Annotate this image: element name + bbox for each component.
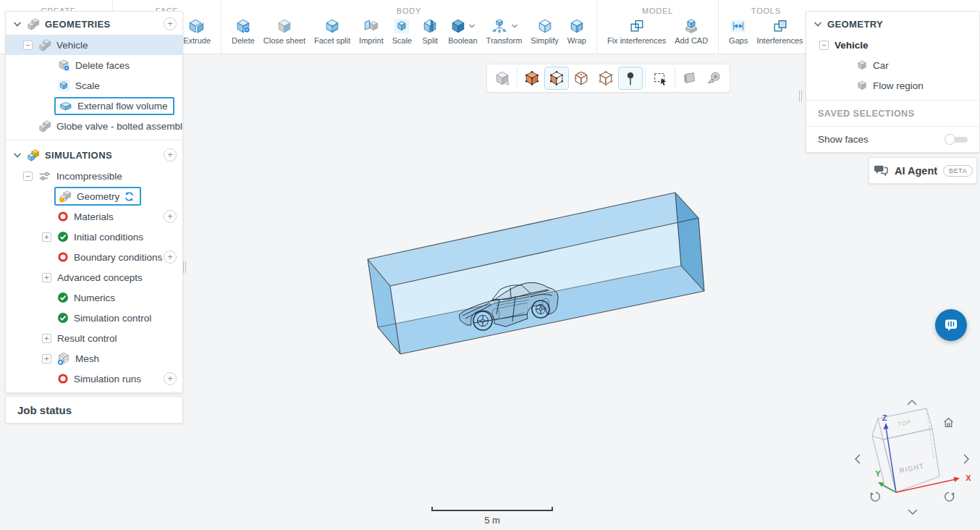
add-button[interactable]: +: [164, 251, 177, 264]
sync-icon[interactable]: [124, 191, 135, 202]
tool-close-sheet-button[interactable]: Close sheet: [260, 16, 309, 46]
geometry-tree: −VehicleCarFlow region: [806, 35, 979, 100]
tool-gaps-button[interactable]: Gaps: [725, 16, 751, 46]
tree-item-simulation-control[interactable]: Simulation control: [6, 308, 182, 328]
nav-roll-ccw-button[interactable]: [869, 490, 882, 503]
chevron-down-icon[interactable]: [511, 23, 518, 29]
add-simulation-button[interactable]: +: [164, 148, 177, 161]
box-select-button[interactable]: [648, 67, 672, 90]
chevron-down-icon[interactable]: [13, 152, 22, 159]
tree-item-incompressible[interactable]: −Incompressible: [6, 166, 182, 186]
geometry-details-panel: GEOMETRY −VehicleCarFlow region SAVED SE…: [806, 11, 980, 153]
tool-add-cad-button[interactable]: Add CAD: [671, 16, 711, 46]
nav-rotate-left-button[interactable]: [853, 453, 862, 465]
measure-icon: [706, 70, 722, 86]
tree-item-car[interactable]: Car: [806, 55, 979, 75]
tree-item-vehicle[interactable]: −Vehicle: [6, 35, 182, 55]
tool-facet-split-button[interactable]: Facet split: [311, 16, 354, 46]
chevron-down-icon[interactable]: [13, 21, 22, 28]
gaps-icon: [730, 18, 747, 34]
ai-agent-button[interactable]: AI Agent BETA: [869, 157, 977, 184]
add-button[interactable]: +: [164, 372, 177, 385]
show-faces-toggle[interactable]: [945, 134, 968, 146]
tree-item-delete-faces[interactable]: ×Delete faces: [6, 55, 182, 75]
tool-imprint-button[interactable]: Imprint: [355, 16, 387, 46]
tree-item-label: Car: [873, 60, 889, 71]
scale-bar: 5 m: [431, 507, 553, 526]
expand-toggle[interactable]: +: [42, 232, 51, 242]
tool-extrude-button[interactable]: Extrude: [179, 16, 214, 46]
tool-boolean-button[interactable]: Boolean: [444, 16, 481, 46]
tool-fix-interferences-button[interactable]: Fix interferences: [604, 16, 669, 46]
tree-item-scale[interactable]: Scale: [6, 75, 182, 96]
add-geometry-button[interactable]: +: [164, 17, 177, 30]
tree-item-advanced-concepts[interactable]: +Advanced concepts: [6, 267, 182, 287]
select-edge-button[interactable]: [569, 67, 594, 90]
tool-delete-button[interactable]: ×Delete: [228, 16, 258, 46]
tree-item-geometry[interactable]: !Geometry: [6, 186, 182, 206]
tool-transform-button[interactable]: Transform: [483, 16, 526, 46]
tree-item-vehicle[interactable]: −Vehicle: [806, 35, 979, 55]
tool-label: Simplify: [531, 36, 559, 45]
nav-rotate-down-button[interactable]: [907, 508, 918, 516]
nav-cube-top-label[interactable]: TOP: [897, 418, 913, 428]
status-red-icon: [57, 251, 69, 263]
probe-button[interactable]: [618, 67, 643, 90]
tool-interferences-button[interactable]: Interferences: [753, 16, 806, 46]
tree-item-simulation-runs[interactable]: Simulation runs+: [6, 369, 182, 389]
tool-wrap-button[interactable]: Wrap: [564, 16, 590, 46]
geometry-header[interactable]: GEOMETRY: [806, 13, 979, 35]
expand-toggle[interactable]: −: [23, 41, 33, 50]
nav-cube-front-label[interactable]: RIGHT: [899, 462, 925, 475]
simulation-tree-panel: GEOMETRIES + −Vehicle×Delete facesScaleE…: [5, 11, 183, 393]
toggle-spacer: [23, 122, 33, 131]
expand-toggle[interactable]: +: [42, 334, 51, 343]
tree-item-globe-valve-bolted-assembly[interactable]: Globe valve - bolted assembly: [6, 116, 182, 136]
select-vertex-button[interactable]: [594, 67, 618, 90]
expand-toggle[interactable]: −: [23, 172, 33, 181]
simulations-header[interactable]: SIMULATIONS +: [6, 144, 182, 166]
tree-item-result-control[interactable]: +Result control: [6, 328, 182, 348]
tree-item-label: Geometry: [77, 191, 119, 202]
chevron-down-icon[interactable]: [468, 23, 476, 29]
tree-item-flow-region[interactable]: Flow region: [806, 75, 979, 96]
left-panel-resize-handle[interactable]: [183, 261, 186, 273]
tree-item-numerics[interactable]: Numerics: [6, 287, 182, 308]
selected-outline: !Geometry: [54, 187, 141, 206]
chevron-down-icon[interactable]: [814, 21, 822, 28]
nav-roll-cw-button[interactable]: [943, 490, 956, 503]
tree-item-label: Numerics: [74, 293, 115, 303]
toggle-track: [953, 137, 968, 143]
saved-selections-section[interactable]: SAVED SELECTIONS: [806, 100, 979, 126]
scale-op-icon: [57, 79, 70, 92]
tree-item-initial-conditions[interactable]: +Initial conditions: [6, 227, 182, 247]
tree-item-external-flow-volume[interactable]: External flow volume: [6, 96, 182, 116]
hide-face-button[interactable]: [677, 67, 702, 90]
nav-rotate-right-button[interactable]: [962, 453, 971, 465]
tool-split-button[interactable]: Split: [417, 16, 443, 46]
nav-rotate-up-button[interactable]: [906, 398, 918, 407]
toggle-spacer: [841, 61, 850, 70]
tool-label: Boolean: [448, 36, 477, 45]
toolbar-group-model: MODELFix interferencesAdd CAD: [597, 0, 719, 54]
select-volume-button[interactable]: [520, 67, 544, 90]
tool-simplify-button[interactable]: Simplify: [527, 16, 562, 46]
tool-scale-button[interactable]: Scale: [389, 16, 416, 46]
box-select-icon: [652, 70, 668, 86]
select-body-button[interactable]: [490, 67, 515, 90]
geometries-header[interactable]: GEOMETRIES +: [6, 13, 182, 35]
select-face-button[interactable]: [544, 67, 569, 90]
support-chat-button[interactable]: [935, 309, 967, 341]
geometry-title: GEOMETRY: [827, 19, 973, 30]
expand-toggle[interactable]: +: [42, 273, 51, 282]
nav-home-button[interactable]: [942, 416, 955, 429]
measure-button[interactable]: [702, 67, 727, 90]
tree-item-mesh[interactable]: +Mesh: [6, 348, 182, 369]
expand-toggle[interactable]: +: [42, 354, 51, 363]
add-button[interactable]: +: [164, 210, 177, 223]
tree-item-materials[interactable]: Materials+: [6, 206, 182, 227]
tree-item-boundary-conditions[interactable]: Boundary conditions+: [6, 247, 182, 267]
right-panel-resize-handle[interactable]: [799, 91, 802, 102]
job-status-bar[interactable]: Job status: [5, 396, 183, 424]
expand-toggle[interactable]: −: [819, 41, 829, 50]
